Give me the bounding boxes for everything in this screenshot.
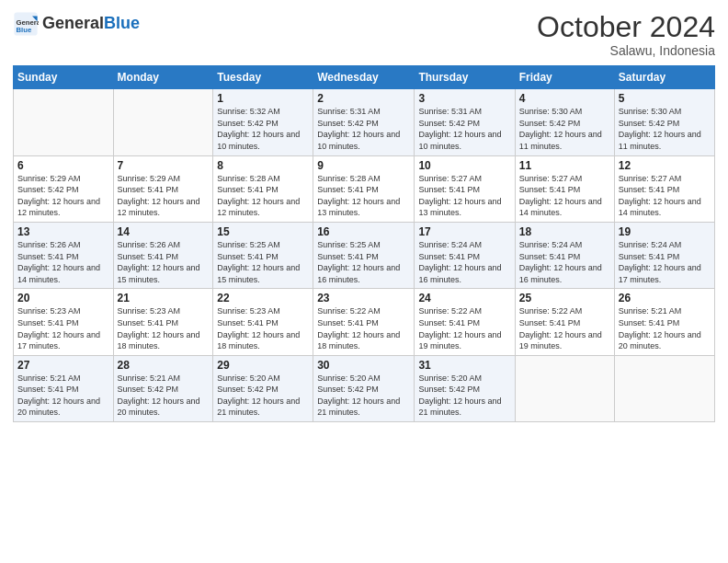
- calendar-cell: 31Sunrise: 5:20 AM Sunset: 5:42 PM Dayli…: [415, 355, 515, 421]
- col-friday: Friday: [515, 66, 614, 89]
- col-tuesday: Tuesday: [213, 66, 313, 89]
- calendar-cell: 16Sunrise: 5:25 AM Sunset: 5:41 PM Dayli…: [313, 222, 415, 288]
- col-saturday: Saturday: [614, 66, 714, 89]
- calendar-week-2: 6Sunrise: 5:29 AM Sunset: 5:42 PM Daylig…: [14, 155, 715, 222]
- day-number: 6: [17, 159, 109, 172]
- page: General Blue GeneralBlue October 2024 Sa…: [0, 0, 728, 563]
- day-number: 13: [17, 225, 109, 238]
- day-number: 29: [217, 359, 309, 372]
- day-info: Sunrise: 5:22 AM Sunset: 5:41 PM Dayligh…: [519, 305, 610, 351]
- calendar-week-1: 1Sunrise: 5:32 AM Sunset: 5:42 PM Daylig…: [14, 89, 715, 155]
- day-info: Sunrise: 5:20 AM Sunset: 5:42 PM Dayligh…: [317, 373, 410, 419]
- day-number: 30: [317, 359, 410, 372]
- day-info: Sunrise: 5:30 AM Sunset: 5:42 PM Dayligh…: [519, 106, 610, 152]
- day-number: 27: [17, 359, 109, 372]
- day-info: Sunrise: 5:24 AM Sunset: 5:41 PM Dayligh…: [519, 239, 610, 285]
- day-info: Sunrise: 5:22 AM Sunset: 5:41 PM Dayligh…: [418, 305, 510, 351]
- col-thursday: Thursday: [415, 66, 515, 89]
- header-row: Sunday Monday Tuesday Wednesday Thursday…: [14, 66, 715, 89]
- day-info: Sunrise: 5:20 AM Sunset: 5:42 PM Dayligh…: [418, 373, 510, 419]
- month-title: October 2024: [537, 11, 715, 43]
- day-number: 1: [217, 92, 309, 105]
- day-info: Sunrise: 5:24 AM Sunset: 5:41 PM Dayligh…: [418, 239, 510, 285]
- calendar-cell: 27Sunrise: 5:21 AM Sunset: 5:41 PM Dayli…: [14, 355, 114, 421]
- day-number: 19: [619, 225, 711, 238]
- calendar-table: Sunday Monday Tuesday Wednesday Thursday…: [13, 65, 715, 422]
- calendar-cell: 24Sunrise: 5:22 AM Sunset: 5:41 PM Dayli…: [415, 289, 515, 355]
- day-info: Sunrise: 5:27 AM Sunset: 5:41 PM Dayligh…: [619, 173, 711, 219]
- calendar-cell: 19Sunrise: 5:24 AM Sunset: 5:41 PM Dayli…: [614, 222, 714, 288]
- calendar-cell: [113, 89, 213, 155]
- day-number: 10: [418, 159, 510, 172]
- calendar-cell: 2Sunrise: 5:31 AM Sunset: 5:42 PM Daylig…: [313, 89, 415, 155]
- day-info: Sunrise: 5:22 AM Sunset: 5:41 PM Dayligh…: [317, 305, 410, 351]
- calendar-cell: 23Sunrise: 5:22 AM Sunset: 5:41 PM Dayli…: [313, 289, 415, 355]
- day-info: Sunrise: 5:28 AM Sunset: 5:41 PM Dayligh…: [317, 173, 410, 219]
- calendar-cell: 21Sunrise: 5:23 AM Sunset: 5:41 PM Dayli…: [113, 289, 213, 355]
- day-info: Sunrise: 5:23 AM Sunset: 5:41 PM Dayligh…: [17, 305, 109, 351]
- day-number: 5: [619, 92, 711, 105]
- day-number: 17: [418, 225, 510, 238]
- calendar-cell: 12Sunrise: 5:27 AM Sunset: 5:41 PM Dayli…: [614, 155, 714, 222]
- calendar-cell: 20Sunrise: 5:23 AM Sunset: 5:41 PM Dayli…: [14, 289, 114, 355]
- day-info: Sunrise: 5:20 AM Sunset: 5:42 PM Dayligh…: [217, 373, 309, 419]
- day-number: 24: [418, 292, 510, 304]
- calendar-cell: 14Sunrise: 5:26 AM Sunset: 5:41 PM Dayli…: [113, 222, 213, 288]
- calendar-cell: 10Sunrise: 5:27 AM Sunset: 5:41 PM Dayli…: [415, 155, 515, 222]
- day-number: 8: [217, 159, 309, 172]
- calendar-cell: 8Sunrise: 5:28 AM Sunset: 5:41 PM Daylig…: [213, 155, 313, 222]
- svg-text:Blue: Blue: [17, 26, 32, 34]
- day-number: 16: [317, 225, 410, 238]
- calendar-cell: 29Sunrise: 5:20 AM Sunset: 5:42 PM Dayli…: [213, 355, 313, 421]
- day-number: 18: [519, 225, 610, 238]
- day-info: Sunrise: 5:25 AM Sunset: 5:41 PM Dayligh…: [317, 239, 410, 285]
- calendar-cell: 5Sunrise: 5:30 AM Sunset: 5:42 PM Daylig…: [614, 89, 714, 155]
- day-number: 3: [418, 92, 510, 105]
- calendar-cell: 3Sunrise: 5:31 AM Sunset: 5:42 PM Daylig…: [415, 89, 515, 155]
- header: General Blue GeneralBlue October 2024 Sa…: [13, 11, 715, 58]
- day-info: Sunrise: 5:31 AM Sunset: 5:42 PM Dayligh…: [317, 106, 410, 152]
- calendar-cell: 11Sunrise: 5:27 AM Sunset: 5:41 PM Dayli…: [515, 155, 614, 222]
- logo: General Blue GeneralBlue: [13, 11, 140, 37]
- day-number: 9: [317, 159, 410, 172]
- calendar-cell: 26Sunrise: 5:21 AM Sunset: 5:41 PM Dayli…: [614, 289, 714, 355]
- day-info: Sunrise: 5:26 AM Sunset: 5:41 PM Dayligh…: [17, 239, 109, 285]
- col-sunday: Sunday: [14, 66, 114, 89]
- day-number: 12: [619, 159, 711, 172]
- day-info: Sunrise: 5:21 AM Sunset: 5:41 PM Dayligh…: [619, 305, 711, 351]
- day-number: 11: [519, 159, 610, 172]
- day-number: 23: [317, 292, 410, 304]
- calendar-cell: [614, 355, 714, 421]
- calendar-cell: 4Sunrise: 5:30 AM Sunset: 5:42 PM Daylig…: [515, 89, 614, 155]
- day-info: Sunrise: 5:29 AM Sunset: 5:41 PM Dayligh…: [118, 173, 210, 219]
- day-info: Sunrise: 5:32 AM Sunset: 5:42 PM Dayligh…: [217, 106, 309, 152]
- day-number: 15: [217, 225, 309, 238]
- day-info: Sunrise: 5:23 AM Sunset: 5:41 PM Dayligh…: [118, 305, 210, 351]
- calendar-cell: [515, 355, 614, 421]
- location-subtitle: Salawu, Indonesia: [537, 43, 715, 58]
- day-number: 28: [118, 359, 210, 372]
- calendar-cell: 17Sunrise: 5:24 AM Sunset: 5:41 PM Dayli…: [415, 222, 515, 288]
- calendar-cell: 9Sunrise: 5:28 AM Sunset: 5:41 PM Daylig…: [313, 155, 415, 222]
- logo-icon: General Blue: [13, 11, 39, 37]
- logo-text: GeneralBlue: [42, 15, 140, 33]
- day-info: Sunrise: 5:29 AM Sunset: 5:42 PM Dayligh…: [17, 173, 109, 219]
- calendar-cell: 25Sunrise: 5:22 AM Sunset: 5:41 PM Dayli…: [515, 289, 614, 355]
- day-info: Sunrise: 5:31 AM Sunset: 5:42 PM Dayligh…: [418, 106, 510, 152]
- calendar-cell: 22Sunrise: 5:23 AM Sunset: 5:41 PM Dayli…: [213, 289, 313, 355]
- calendar-cell: [14, 89, 114, 155]
- day-info: Sunrise: 5:27 AM Sunset: 5:41 PM Dayligh…: [418, 173, 510, 219]
- day-info: Sunrise: 5:27 AM Sunset: 5:41 PM Dayligh…: [519, 173, 610, 219]
- day-number: 22: [217, 292, 309, 304]
- day-info: Sunrise: 5:23 AM Sunset: 5:41 PM Dayligh…: [217, 305, 309, 351]
- calendar-cell: 28Sunrise: 5:21 AM Sunset: 5:42 PM Dayli…: [113, 355, 213, 421]
- day-info: Sunrise: 5:28 AM Sunset: 5:41 PM Dayligh…: [217, 173, 309, 219]
- day-info: Sunrise: 5:30 AM Sunset: 5:42 PM Dayligh…: [619, 106, 711, 152]
- col-monday: Monday: [113, 66, 213, 89]
- day-number: 20: [17, 292, 109, 304]
- day-number: 21: [118, 292, 210, 304]
- day-number: 7: [118, 159, 210, 172]
- day-info: Sunrise: 5:21 AM Sunset: 5:42 PM Dayligh…: [118, 373, 210, 419]
- day-info: Sunrise: 5:25 AM Sunset: 5:41 PM Dayligh…: [217, 239, 309, 285]
- day-number: 2: [317, 92, 410, 105]
